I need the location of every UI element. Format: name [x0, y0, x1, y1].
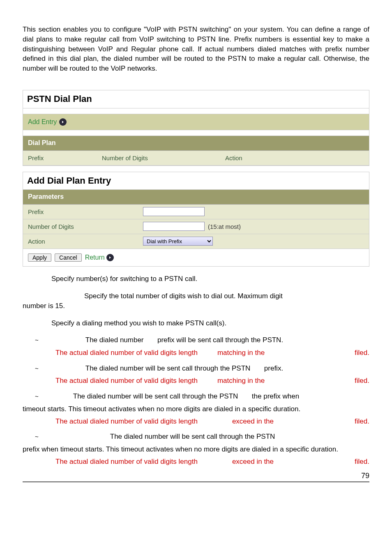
prefix-label: Prefix: [23, 205, 138, 219]
bullet-icon: ~: [35, 336, 39, 344]
arrow-right-icon: [59, 118, 67, 126]
col-action: Action: [220, 151, 369, 165]
note-text: The actual dialed number of valid digits…: [55, 376, 198, 386]
bullet-2-post: prefix.: [262, 364, 283, 372]
action-select[interactable]: Dial with Prefix: [143, 237, 213, 246]
dial-plan-header-row: Prefix Number of Digits Action: [23, 151, 369, 166]
return-label: Return: [85, 253, 105, 262]
bullet-3-post: the prefix when: [250, 392, 299, 400]
desc-p2a: Specify the total number of digits wish …: [84, 291, 369, 301]
note-text: filed.: [355, 376, 369, 386]
pstn-panel-title: PSTN Dial Plan: [23, 90, 369, 108]
bullet-2: ~ The dialed number will be sent call th…: [35, 364, 369, 374]
page-number: 79: [361, 471, 369, 481]
note-text: filed.: [355, 457, 369, 467]
at-most-hint: (15:at most): [208, 222, 241, 231]
bullet-4: ~ The dialed number will be sent call th…: [35, 432, 369, 442]
bullet-3-tail: timeout starts. This timeout activates w…: [23, 404, 369, 414]
bullet-icon: ~: [35, 364, 39, 373]
bullet-1-post: prefix will be sent call through the PST…: [155, 336, 283, 344]
note-text: matching in the: [217, 376, 265, 386]
note-text: exceed in the: [232, 457, 274, 467]
desc-p2-wrap: Specify the total number of digits wish …: [23, 291, 369, 311]
note-text: matching in the: [217, 348, 265, 358]
desc-p2b: number is 15.: [23, 301, 369, 311]
bullet-1-note: The actual dialed number of valid digits…: [55, 348, 369, 358]
bullet-icon: ~: [35, 432, 39, 441]
note-text: The actual dialed number of valid digits…: [55, 348, 198, 358]
add-dial-plan-entry-panel: Add Dial Plan Entry Parameters Prefix Nu…: [23, 172, 369, 267]
note-text: The actual dialed number of valid digits…: [55, 457, 198, 467]
dial-plan-subheader: Dial Plan: [23, 136, 369, 150]
parameters-subheader: Parameters: [23, 190, 369, 204]
cancel-button[interactable]: Cancel: [55, 253, 82, 262]
button-row: Apply Cancel Return: [23, 249, 369, 266]
note-text: exceed in the: [232, 417, 274, 426]
add-panel-title: Add Dial Plan Entry: [23, 172, 369, 190]
bullet-1-pre: The dialed number: [85, 336, 145, 344]
bullet-3-pre: The dialed number will be sent call thro…: [73, 392, 240, 400]
spacer: [23, 108, 369, 114]
bullet-1: ~ The dialed number prefix will be sent …: [35, 335, 369, 345]
number-of-digits-input[interactable]: [143, 222, 205, 231]
desc-p3: Specify a dialing method you wish to mak…: [51, 318, 369, 328]
bullet-3-note: The actual dialed number of valid digits…: [55, 417, 369, 426]
footer: 79: [23, 471, 369, 482]
bullet-3: ~ The dialed number will be sent call th…: [35, 391, 369, 402]
arrow-right-icon: [106, 254, 114, 261]
bullet-icon: ~: [35, 392, 39, 401]
bullet-4-note: The actual dialed number of valid digits…: [55, 457, 369, 467]
return-link[interactable]: Return: [85, 253, 114, 262]
apply-button[interactable]: Apply: [28, 253, 51, 262]
intro-text: This section enables you to configure "V…: [23, 25, 369, 74]
add-entry-link[interactable]: Add Entry: [28, 117, 57, 127]
spacer: [23, 130, 369, 136]
prefix-input[interactable]: [143, 207, 205, 216]
note-text: filed.: [355, 417, 369, 426]
col-number-of-digits: Number of Digits: [97, 151, 220, 165]
bullet-4-pre: The dialed number will be sent call thro…: [110, 433, 275, 440]
pstn-dial-plan-panel: PSTN Dial Plan Add Entry Dial Plan Prefi…: [23, 90, 369, 166]
col-prefix: Prefix: [23, 151, 97, 165]
desc-p1: Specify number(s) for switching to a PST…: [51, 274, 369, 284]
param-row-number: Number of Digits (15:at most): [23, 219, 369, 234]
param-row-prefix: Prefix: [23, 205, 369, 219]
bullet-2-pre: The dialed number will be sent call thro…: [85, 364, 252, 372]
number-of-digits-label: Number of Digits: [23, 219, 138, 234]
note-text: The actual dialed number of valid digits…: [55, 417, 198, 426]
add-entry-row[interactable]: Add Entry: [23, 114, 369, 130]
bullet-2-note: The actual dialed number of valid digits…: [55, 376, 369, 386]
action-label: Action: [23, 234, 138, 249]
note-text: filed.: [355, 348, 369, 358]
param-row-action: Action Dial with Prefix: [23, 234, 369, 249]
bullet-4-tail: prefix when timeout starts. This timeout…: [23, 444, 369, 454]
